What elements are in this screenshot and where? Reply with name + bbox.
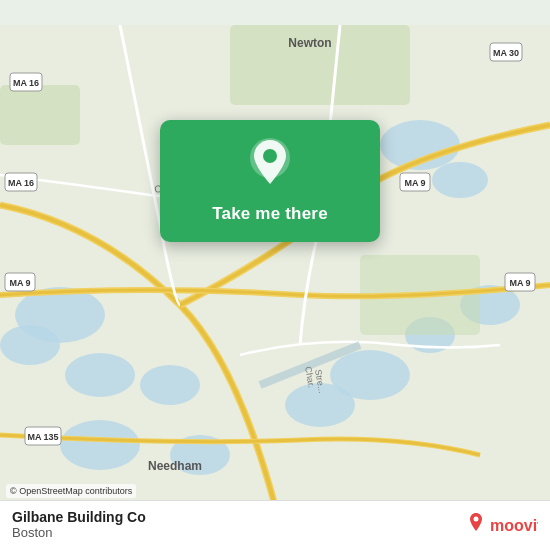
svg-text:MA 9: MA 9 <box>404 178 425 188</box>
svg-rect-14 <box>0 85 80 145</box>
moovit-logo: moovit <box>468 511 538 539</box>
svg-text:MA 9: MA 9 <box>9 278 30 288</box>
svg-point-11 <box>60 420 140 470</box>
svg-point-10 <box>140 365 200 405</box>
svg-text:MA 135: MA 135 <box>27 432 58 442</box>
svg-point-36 <box>263 149 277 163</box>
svg-text:Newton: Newton <box>288 36 331 50</box>
location-name: Gilbane Building Co <box>12 509 146 525</box>
osm-attribution: © OpenStreetMap contributors <box>6 484 136 498</box>
svg-text:MA 16: MA 16 <box>8 178 34 188</box>
location-info: Gilbane Building Co Boston <box>12 509 146 540</box>
svg-point-5 <box>432 162 488 198</box>
svg-point-2 <box>0 325 60 365</box>
moovit-text: moovit <box>490 517 538 534</box>
svg-point-37 <box>474 516 479 521</box>
map-background: MA 16 MA 16 MA 9 MA 9 MA 9 MA 30 MA 135 … <box>0 0 550 550</box>
svg-text:Needham: Needham <box>148 459 202 473</box>
svg-text:MA 9: MA 9 <box>509 278 530 288</box>
moovit-logo-icon: moovit <box>468 511 538 539</box>
location-pin-icon <box>248 138 292 188</box>
take-me-there-button[interactable]: Take me there <box>204 200 336 228</box>
location-card: Take me there <box>160 120 380 242</box>
pin-icon-wrapper <box>248 138 292 192</box>
bottom-bar: Gilbane Building Co Boston moovit <box>0 500 550 550</box>
svg-text:MA 16: MA 16 <box>13 78 39 88</box>
svg-point-3 <box>65 353 135 397</box>
map-container: MA 16 MA 16 MA 9 MA 9 MA 9 MA 30 MA 135 … <box>0 0 550 550</box>
svg-text:MA 30: MA 30 <box>493 48 519 58</box>
location-city: Boston <box>12 525 146 540</box>
